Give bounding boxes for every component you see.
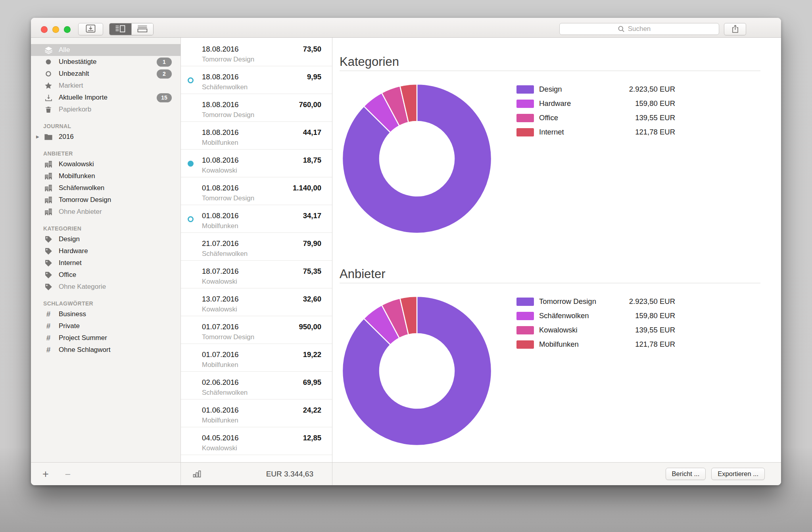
list-item[interactable]: 04.05.201612,85Kowalowski xyxy=(181,427,332,455)
minimize-button[interactable] xyxy=(52,26,59,33)
sidebar-item-mobilfunken[interactable]: Mobilfunken xyxy=(31,170,180,182)
toolbar xyxy=(31,18,781,38)
list-item[interactable]: 18.08.201644,17Mobilfunken xyxy=(181,122,332,150)
list-item-vendor: Kowalowski xyxy=(202,305,237,313)
sidebar-item-label: Unbestätigte xyxy=(59,58,96,66)
list-item-vendor: Schäfenwolken xyxy=(202,250,248,258)
total-amount: EUR 3.344,63 xyxy=(266,470,313,478)
sidebar-item-aktuelle-importe[interactable]: Aktuelle Importe15 xyxy=(31,92,180,104)
list-item[interactable]: 01.07.2016950,00Tomorrow Design xyxy=(181,316,332,344)
sidebar-item-design[interactable]: Design xyxy=(31,233,180,245)
view-list-detail-button[interactable] xyxy=(109,23,132,35)
list-item[interactable]: 18.08.2016760,00Tomorrow Design xyxy=(181,94,332,122)
legend-value: 139,55 EUR xyxy=(635,326,675,334)
import-button[interactable] xyxy=(78,23,103,35)
view-rows-button[interactable] xyxy=(132,23,154,35)
sidebar-item-markiert[interactable]: Markiert xyxy=(31,80,180,92)
chart-section-anbieter: AnbieterTomorrow Design2.923,50 EURSchäf… xyxy=(340,267,760,448)
building-icon xyxy=(44,172,53,181)
legend-label: Hardware xyxy=(539,99,635,108)
sidebar-item-hardware[interactable]: Hardware xyxy=(31,245,180,257)
close-button[interactable] xyxy=(41,26,48,33)
donut-chart-anbieter xyxy=(340,294,494,448)
view-mode-segmented-control xyxy=(109,23,154,35)
sidebar-item-business[interactable]: #Business xyxy=(31,308,180,320)
legend-row: Kowalowski139,55 EUR xyxy=(516,323,675,337)
sidebar-item-internet[interactable]: Internet xyxy=(31,257,180,269)
sidebar-item-papierkorb[interactable]: Papierkorb xyxy=(31,104,180,115)
sidebar-item-label: Kowalowski xyxy=(59,160,94,168)
sidebar-item-label: Unbezahlt xyxy=(59,70,89,78)
sidebar-item-ohne-kategorie[interactable]: Ohne Kategorie xyxy=(31,281,180,293)
list-item-vendor: Schäfenwolken xyxy=(202,389,248,397)
export-button[interactable]: Exportieren ... xyxy=(711,468,765,480)
sidebar-item-label: Design xyxy=(59,235,80,243)
legend-color-chip xyxy=(516,298,534,306)
building-icon xyxy=(44,207,53,216)
sidebar-item-tomorrow-design[interactable]: Tomorrow Design xyxy=(31,194,180,206)
sidebar-item-ohne-anbieter[interactable]: Ohne Anbieter xyxy=(31,206,180,218)
sidebar-item-kowalowski[interactable]: Kowalowski xyxy=(31,158,180,170)
legend-label: Kowalowski xyxy=(539,326,635,334)
legend-value: 139,55 EUR xyxy=(635,113,675,122)
sidebar-item-ohne-schlagwort[interactable]: #Ohne Schlagwort xyxy=(31,344,180,356)
list-item[interactable]: 01.06.201624,22Mobilfunken xyxy=(181,399,332,427)
content: AlleUnbestätigte1Unbezahlt2MarkiertAktue… xyxy=(31,38,781,462)
list-item[interactable]: 01.08.20161.140,00Tomorrow Design xyxy=(181,177,332,205)
list-item-vendor: Kowalowski xyxy=(202,278,237,286)
sidebar-item-private[interactable]: #Private xyxy=(31,320,180,332)
list-item-amount: 34,17 xyxy=(303,211,321,220)
sidebar-item-2016[interactable]: ▶2016 xyxy=(31,131,180,143)
dot-open-icon xyxy=(44,70,53,78)
count-badge: 15 xyxy=(157,93,172,102)
sidebar-section-kategorien: KATEGORIENDesignHardwareInternetOfficeOh… xyxy=(31,223,180,293)
sidebar-item-label: Ohne Schlagwort xyxy=(59,346,110,354)
list-item[interactable]: 18.07.201675,35Kowalowski xyxy=(181,261,332,288)
legend-color-chip xyxy=(516,114,534,122)
sidebar-item-unbest-tigte[interactable]: Unbestätigte1 xyxy=(31,56,180,68)
list-item-amount: 950,00 xyxy=(299,323,321,331)
layers-icon xyxy=(44,46,53,55)
list-item[interactable]: 21.07.201679,90Schäfenwolken xyxy=(181,233,332,261)
list-item-amount: 32,60 xyxy=(303,295,321,303)
sidebar-item-label: Ohne Kategorie xyxy=(59,283,106,291)
zoom-button[interactable] xyxy=(64,26,71,33)
list-item[interactable]: 01.07.201619,22Mobilfunken xyxy=(181,344,332,372)
hash-icon: # xyxy=(44,310,53,319)
disclosure-triangle-icon[interactable]: ▶ xyxy=(36,134,39,139)
list-item-amount: 69,95 xyxy=(303,378,321,387)
dot-filled-icon xyxy=(44,58,53,66)
folder-icon xyxy=(44,133,53,141)
add-button[interactable]: + xyxy=(40,467,52,481)
sidebar-item-office[interactable]: Office xyxy=(31,269,180,281)
list-item[interactable]: 18.08.20169,95Schäfenwolken xyxy=(181,66,332,94)
list-item[interactable]: 01.08.201634,17Mobilfunken xyxy=(181,205,332,233)
list-item-amount: 44,17 xyxy=(303,128,321,137)
building-icon xyxy=(44,184,53,192)
sidebar-item-unbezahlt[interactable]: Unbezahlt2 xyxy=(31,68,180,80)
sidebar-item-label: Business xyxy=(59,310,86,318)
sidebar-item-sch-fenwolken[interactable]: Schäfenwolken xyxy=(31,182,180,194)
hash-icon: # xyxy=(46,310,51,319)
section-divider xyxy=(340,283,760,283)
list-item-amount: 18,75 xyxy=(303,156,321,165)
report-button[interactable]: Bericht ... xyxy=(666,468,706,480)
sidebar-item-alle[interactable]: Alle xyxy=(31,44,180,56)
remove-button[interactable]: − xyxy=(62,467,74,481)
sidebar-item-label: 2016 xyxy=(59,133,74,141)
sidebar-item-project-summer[interactable]: #Project Summer xyxy=(31,332,180,344)
share-button[interactable] xyxy=(724,23,746,35)
bar-chart-icon[interactable] xyxy=(193,470,202,478)
sidebar-section-anbieter: ANBIETERKowalowskiMobilfunkenSchäfenwolk… xyxy=(31,148,180,218)
list-item[interactable]: 02.06.201669,95Schäfenwolken xyxy=(181,372,332,399)
legend-value: 159,80 EUR xyxy=(635,99,675,108)
list-item[interactable]: 10.08.201618,75Kowalowski xyxy=(181,150,332,177)
legend-color-chip xyxy=(516,312,534,320)
section-divider xyxy=(340,71,760,71)
legend-color-chip xyxy=(516,128,534,136)
search-input[interactable] xyxy=(560,23,719,35)
list-item[interactable]: 18.08.201673,50Tomorrow Design xyxy=(181,38,332,66)
import-tray-icon xyxy=(86,24,96,34)
list-item[interactable]: 13.07.201632,60Kowalowski xyxy=(181,288,332,316)
list-item-vendor: Tomorrow Design xyxy=(202,333,254,341)
